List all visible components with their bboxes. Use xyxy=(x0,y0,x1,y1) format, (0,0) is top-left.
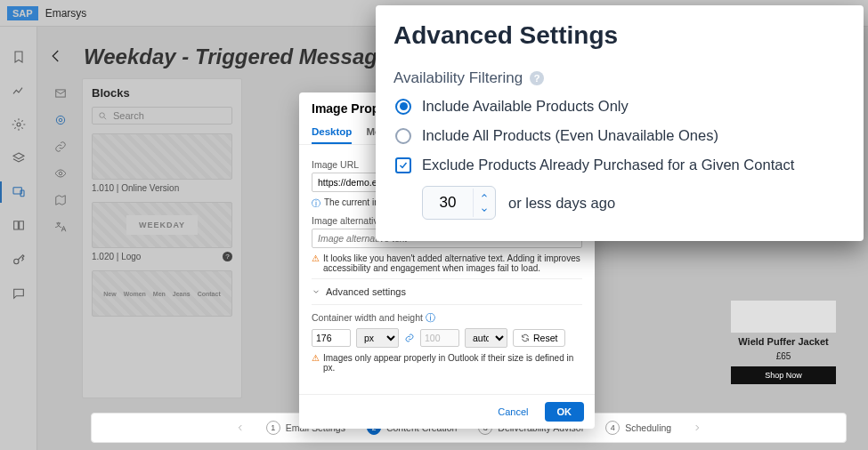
product-preview-card: Wield Puffer Jacket £65 Shop Now xyxy=(731,301,836,384)
advanced-settings-toggle[interactable]: Advanced settings xyxy=(312,278,582,305)
height-unit-select[interactable]: auto xyxy=(465,328,507,348)
days-suffix: or less days ago xyxy=(508,195,615,212)
option-label: Include All Products (Even Unavailable O… xyxy=(422,127,718,144)
option-include-all[interactable]: Include All Products (Even Unavailable O… xyxy=(393,127,846,144)
width-input[interactable] xyxy=(312,329,351,347)
advanced-settings-title: Advanced Settings xyxy=(393,21,846,50)
checkbox-checked-icon xyxy=(395,157,411,173)
availability-filtering-label: Availability Filtering ? xyxy=(393,69,846,87)
tab-desktop[interactable]: Desktop xyxy=(312,123,352,144)
help-icon[interactable]: ? xyxy=(530,71,544,85)
reset-button[interactable]: Reset xyxy=(513,329,565,347)
radio-unselected-icon xyxy=(395,128,411,144)
refresh-icon xyxy=(521,333,530,342)
days-ago-row: or less days ago xyxy=(422,186,846,220)
warn-note: ⚠It looks like you haven't added alterna… xyxy=(312,253,582,273)
link-dimensions-icon[interactable] xyxy=(404,333,415,343)
cancel-button[interactable]: Cancel xyxy=(489,402,537,422)
image-properties-footer: Cancel OK xyxy=(299,394,595,429)
advanced-settings-modal: Advanced Settings Availability Filtering… xyxy=(376,5,864,241)
shop-now-button[interactable]: Shop Now xyxy=(731,366,836,384)
width-unit-select[interactable]: px xyxy=(356,328,399,348)
days-spinbox[interactable] xyxy=(422,186,496,220)
spin-down-button[interactable] xyxy=(474,203,495,217)
spin-up-button[interactable] xyxy=(474,189,495,203)
outlook-note: ⚠Images only appear properly in Outlook … xyxy=(312,353,582,373)
ok-button[interactable]: OK xyxy=(545,402,585,422)
days-input[interactable] xyxy=(423,187,473,219)
product-image-placeholder xyxy=(731,301,836,333)
chevron-right-icon[interactable] xyxy=(693,423,702,432)
radio-selected-icon xyxy=(395,99,411,115)
dimensions-controls: px auto Reset xyxy=(312,328,582,348)
product-price: £65 xyxy=(731,351,836,361)
chevron-down-icon xyxy=(312,287,320,296)
option-exclude-purchased[interactable]: Exclude Products Already Purchased for a… xyxy=(393,157,846,173)
product-name: Wield Puffer Jacket xyxy=(731,336,836,348)
option-label: Exclude Products Already Purchased for a… xyxy=(422,157,794,173)
step-scheduling[interactable]: 4Scheduling xyxy=(605,421,671,435)
dimensions-label: Container width and height ⓘ xyxy=(312,312,582,325)
chevron-left-icon[interactable] xyxy=(236,423,245,432)
option-available-only[interactable]: Include Available Products Only xyxy=(393,98,846,115)
height-input[interactable] xyxy=(420,329,459,347)
option-label: Include Available Products Only xyxy=(422,98,629,115)
